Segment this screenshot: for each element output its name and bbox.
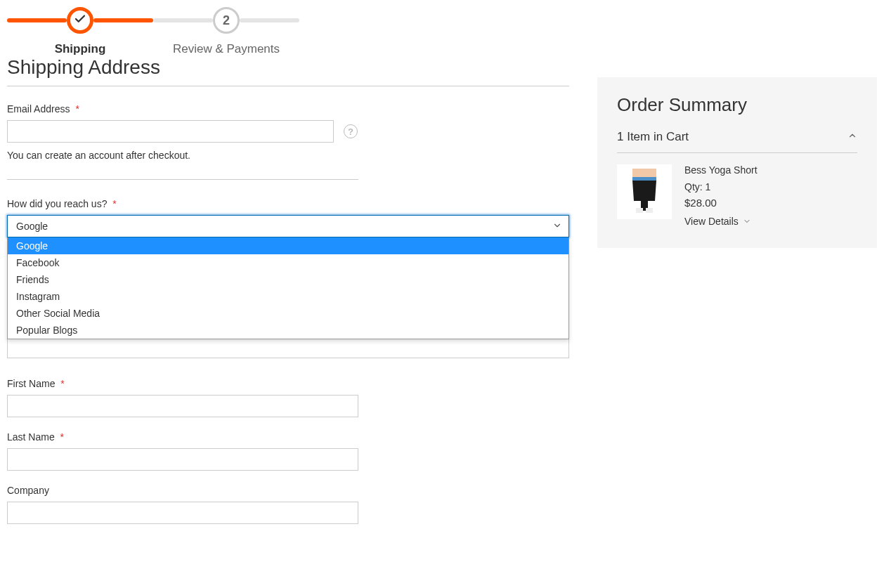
item-thumbnail[interactable] [617, 164, 672, 219]
progress-line-mid-inactive [153, 18, 213, 22]
label-email: Email Address * [7, 103, 569, 115]
cart-count-label: 1 Item in Cart [617, 130, 689, 144]
checkout-progress: Shipping 2 Review & Payments [7, 7, 877, 56]
dropdown-option[interactable]: Friends [8, 271, 568, 288]
field-company: Company [7, 485, 569, 524]
order-summary-title: Order Summary [617, 94, 857, 116]
reach-us-select[interactable]: Google [7, 215, 569, 237]
help-icon[interactable]: ? [344, 124, 358, 138]
cart-toggle[interactable]: 1 Item in Cart [617, 130, 857, 153]
field-first-name: First Name * [7, 378, 569, 417]
cart-item: Bess Yoga Short Qty: 1 $28.00 View Detai… [617, 164, 857, 227]
progress-line-left [7, 18, 67, 22]
required-mark: * [112, 198, 116, 209]
field-email: Email Address * ? You can create an acco… [7, 103, 569, 161]
dropdown-option[interactable]: Instagram [8, 288, 568, 305]
svg-rect-3 [636, 208, 643, 213]
page-title: Shipping Address [7, 56, 569, 86]
chevron-down-icon [743, 217, 751, 226]
item-price: $28.00 [684, 197, 857, 209]
label-last-name: Last Name * [7, 431, 569, 443]
company-input[interactable] [7, 502, 358, 524]
dropdown-option[interactable]: Google [8, 237, 568, 254]
item-qty: Qty: 1 [684, 181, 857, 192]
required-mark: * [60, 378, 64, 389]
dropdown-option[interactable]: Facebook [8, 254, 568, 271]
required-mark: * [60, 431, 64, 443]
section-divider [7, 179, 358, 180]
svg-rect-4 [646, 208, 653, 213]
progress-step-number: 2 [223, 13, 230, 28]
required-mark: * [75, 103, 79, 115]
dropdown-option[interactable]: Popular Blogs [8, 322, 568, 339]
label-company: Company [7, 485, 569, 496]
field-reach-us: How did you reach us? * Google GoogleFac… [7, 198, 569, 237]
last-name-input[interactable] [7, 448, 358, 471]
email-input[interactable] [7, 120, 334, 143]
dropdown-option[interactable]: Other Social Media [8, 305, 568, 322]
field-last-name: Last Name * [7, 431, 569, 471]
progress-step-shipping[interactable] [67, 7, 93, 34]
item-name: Bess Yoga Short [684, 164, 857, 176]
order-summary: Order Summary 1 Item in Cart [597, 77, 877, 248]
progress-line-mid-active [93, 18, 153, 22]
view-details-toggle[interactable]: View Details [684, 216, 751, 227]
label-first-name: First Name * [7, 378, 569, 389]
chevron-up-icon [847, 130, 857, 144]
reach-us-dropdown: GoogleFacebookFriendsInstagramOther Soci… [7, 237, 569, 339]
progress-line-right [240, 18, 299, 22]
email-hint: You can create an account after checkout… [7, 150, 569, 161]
progress-step-review[interactable]: 2 [213, 7, 240, 34]
svg-rect-2 [632, 177, 656, 181]
progress-label-shipping: Shipping [55, 42, 106, 56]
check-icon [74, 13, 86, 29]
label-reach-us: How did you reach us? * [7, 198, 569, 209]
svg-rect-1 [632, 169, 656, 178]
progress-label-review: Review & Payments [173, 42, 280, 56]
first-name-input[interactable] [7, 395, 358, 417]
